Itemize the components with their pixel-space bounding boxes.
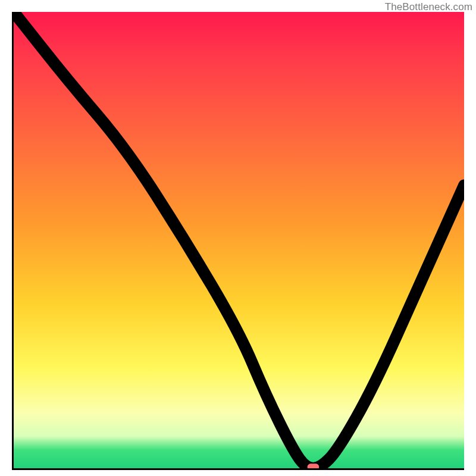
bottleneck-chart: TheBottleneck.com: [0, 0, 476, 476]
plot-area: [12, 12, 464, 470]
optimal-point-marker: [308, 464, 320, 468]
watermark-text: TheBottleneck.com: [385, 1, 472, 13]
curve-svg: [14, 12, 464, 468]
bottleneck-curve-line: [14, 12, 464, 468]
